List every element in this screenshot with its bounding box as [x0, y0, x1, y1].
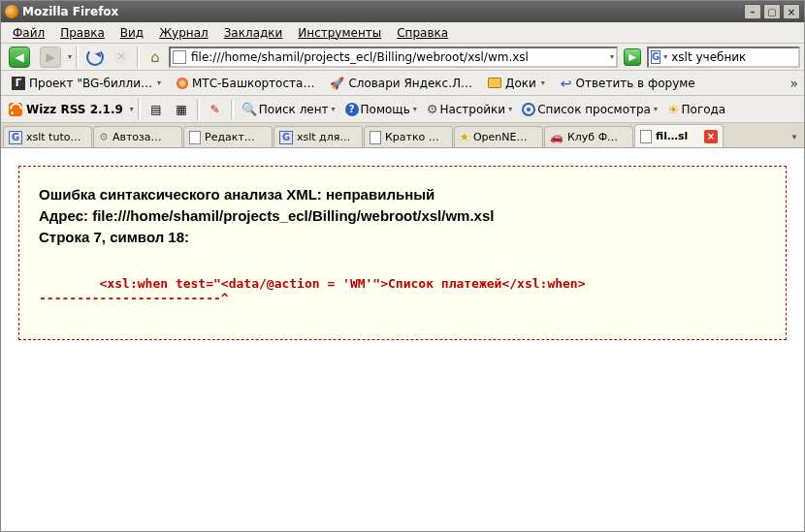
window-title: Mozilla Firefox — [22, 5, 118, 18]
reload-button[interactable] — [82, 47, 108, 68]
bookmark-label: Проект "BG-билли… — [29, 77, 152, 90]
bookmark-yandex-dict[interactable]: 🚀 Словари Яндекс.Л… — [323, 73, 479, 94]
help-icon: ? — [345, 103, 359, 116]
gear-icon: ⚙ — [99, 131, 109, 143]
gear-icon: ⚙ — [427, 102, 438, 116]
bookmark-forum-reply[interactable]: ↩ Ответить в форуме — [554, 73, 702, 94]
tab-close-button[interactable]: × — [704, 130, 718, 143]
home-button[interactable]: ⌂ — [144, 47, 167, 68]
menu-tools[interactable]: Инструменты — [292, 24, 387, 42]
sun-icon: ☀ — [667, 102, 680, 117]
stop-button[interactable]: ✕ — [110, 47, 133, 68]
bookmark-label: Доки — [505, 77, 536, 90]
rss-settings-button[interactable]: ⚙ Настройки ▾ — [423, 99, 516, 120]
window-titlebar: Mozilla Firefox – ▢ × — [1, 1, 804, 22]
tab-label: Редакт… — [205, 131, 267, 143]
tab-xslt-tuto[interactable]: G xslt tuto… — [3, 126, 92, 147]
chevron-down-icon: ▾ — [508, 105, 512, 113]
tab-label: Кратко … — [385, 131, 447, 143]
url-input[interactable] — [189, 49, 606, 65]
window-maximize-button[interactable]: ▢ — [763, 4, 781, 19]
toolbar-separator — [76, 47, 79, 68]
toolbar-separator — [231, 99, 234, 120]
rss-layout1-button[interactable]: ▤ — [145, 99, 168, 120]
window-minimize-button[interactable]: – — [744, 4, 761, 19]
rss-watchlist-button[interactable]: Список просмотра ▾ — [518, 99, 661, 120]
chevron-down-icon[interactable]: ▾ — [130, 105, 134, 113]
nav-toolbar: ◀ ▶ ▾ ✕ ⌂ ▾ ▶ G ▾ — [1, 44, 804, 71]
bookmark-bgbilling[interactable]: Г Проект "BG-билли… ▾ — [5, 73, 168, 94]
toolbar-separator — [138, 99, 141, 120]
button-label: Погода — [682, 103, 726, 116]
chevron-down-icon: ▾ — [541, 78, 545, 87]
chevron-down-icon: ▾ — [654, 105, 658, 113]
go-button[interactable]: ▶ — [620, 47, 645, 68]
bookmark-label: Словари Яндекс.Л… — [348, 77, 472, 90]
reply-icon: ↩ — [561, 76, 572, 91]
tab-redakt[interactable]: Редакт… — [183, 126, 273, 147]
button-label: Помощь — [361, 103, 410, 116]
history-dropdown-icon[interactable]: ▾ — [68, 52, 72, 61]
menubar: Файл Правка Вид Журнал Закладки Инструме… — [1, 22, 804, 44]
tabs-overflow-button[interactable]: ▾ — [787, 129, 802, 144]
rss-find-feeds-button[interactable]: 🔍 Поиск лент ▾ — [238, 99, 339, 120]
page-icon — [640, 130, 652, 143]
search-icon: 🔍 — [242, 102, 257, 116]
search-input[interactable] — [669, 49, 805, 65]
url-dropdown-icon[interactable]: ▾ — [610, 52, 614, 61]
xml-error-heading: Ошибка синтаксического анализа XML: непр… — [39, 184, 766, 247]
tab-label: Автоза… — [113, 131, 177, 143]
rss-brand[interactable]: Wizz RSS 2.1.9 — [5, 103, 127, 116]
url-bar[interactable]: ▾ — [169, 47, 618, 68]
page-icon — [370, 131, 381, 144]
bookmark-label: Ответить в форуме — [576, 77, 695, 90]
search-engine-dropdown-icon[interactable]: ▾ — [663, 52, 667, 61]
layout-icon: ▤ — [150, 103, 161, 116]
tab-file-wmxsl[interactable]: fil…sl × — [634, 124, 724, 147]
chevron-down-icon: ▾ — [332, 105, 336, 113]
tab-club[interactable]: 🚗 Клуб Ф… — [544, 126, 633, 147]
tab-openne[interactable]: ★ OpenNE… — [454, 126, 543, 147]
menu-file[interactable]: Файл — [7, 24, 50, 42]
eye-icon — [522, 103, 535, 116]
rss-help-button[interactable]: ? Помощь ▾ — [341, 99, 421, 120]
menu-edit[interactable]: Правка — [54, 24, 111, 42]
tab-label: fil…sl — [656, 130, 698, 142]
bookmark-mts[interactable]: МТС-Башкортоста… — [170, 73, 321, 94]
tab-label: xslt для… — [297, 131, 357, 143]
rss-weather-button[interactable]: ☀ Погода — [663, 99, 729, 120]
tab-favicon-icon: G — [9, 131, 22, 144]
xml-error-source: <xsl:when test="<data/@action = 'WM'">Сп… — [39, 276, 766, 305]
window-close-button[interactable]: × — [783, 4, 800, 19]
menu-journal[interactable]: Журнал — [153, 24, 214, 42]
tab-label: xslt tuto… — [26, 131, 86, 143]
home-icon: ⌂ — [150, 48, 160, 66]
page-content: Ошибка синтаксического анализа XML: непр… — [1, 148, 804, 532]
forward-button[interactable]: ▶ — [36, 47, 65, 68]
rss-wand-button[interactable]: ✎ — [204, 99, 227, 120]
tab-label: OpenNE… — [473, 131, 537, 143]
bookmark-icon: Г — [12, 77, 25, 90]
page-icon — [189, 131, 201, 144]
tab-kratko[interactable]: Кратко … — [364, 126, 453, 147]
layout-icon: ▦ — [176, 103, 186, 116]
bookmark-label: МТС-Башкортоста… — [192, 77, 314, 90]
folder-icon — [488, 78, 501, 88]
menu-view[interactable]: Вид — [114, 24, 149, 42]
firefox-icon — [5, 5, 18, 18]
rss-layout2-button[interactable]: ▦ — [170, 99, 193, 120]
toolbar-separator — [137, 47, 140, 68]
tab-strip: G xslt tuto… ⚙ Автоза… Редакт… G xslt дл… — [1, 123, 804, 148]
bookmarks-overflow-button[interactable]: » — [788, 76, 800, 91]
bookmarks-toolbar: Г Проект "BG-билли… ▾ МТС-Башкортоста… 🚀… — [1, 71, 804, 96]
back-button[interactable]: ◀ — [5, 47, 34, 68]
search-engine-icon[interactable]: G — [651, 50, 660, 64]
tab-xslt-dlya[interactable]: G xslt для… — [274, 126, 363, 147]
menu-help[interactable]: Справка — [391, 24, 454, 42]
tab-autoza[interactable]: ⚙ Автоза… — [93, 126, 182, 147]
rss-brand-label: Wizz RSS 2.1.9 — [26, 103, 123, 116]
menu-bookmarks[interactable]: Закладки — [218, 24, 289, 42]
search-box[interactable]: G ▾ — [647, 47, 800, 68]
tab-favicon-icon: G — [279, 131, 293, 144]
bookmark-docs-folder[interactable]: Доки ▾ — [481, 73, 552, 94]
